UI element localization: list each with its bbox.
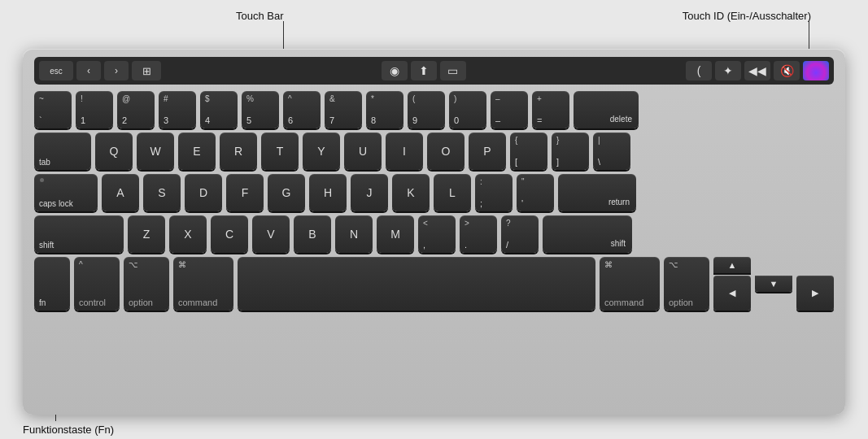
tb-eye-key[interactable]: ◉ [382,61,408,80]
key-left-option[interactable]: ⌥ option [124,257,169,311]
key-h[interactable]: H [309,174,347,211]
key-u[interactable]: U [344,133,382,170]
key-arrow-down[interactable]: ▼ [755,276,792,292]
key-n[interactable]: N [335,215,373,253]
key-8[interactable]: *8 [366,91,403,128]
key-right-command[interactable]: ⌘ command [600,257,660,311]
key-t[interactable]: T [261,133,299,170]
key-arrow-left[interactable]: ◀ [713,276,751,311]
key-j[interactable]: J [351,174,388,211]
touch-bar: esc ‹ › ⊞ ◉ ⬆ ▭ ( ✦ ◀◀ 🔇 [34,57,834,85]
key-w[interactable]: W [137,133,174,170]
key-caps-lock[interactable]: caps lock [34,174,98,211]
key-3[interactable]: #3 [159,91,196,128]
key-4[interactable]: $4 [200,91,238,128]
key-b[interactable]: B [294,215,331,253]
tb-esc-key[interactable]: esc [39,61,73,80]
keyboard-rows: ~` !1 @2 #3 $4 %5 ^6 &7 *8 (9 )0 –– += d… [34,91,834,311]
key-quote[interactable]: "' [517,174,554,211]
key-return[interactable]: return [558,174,636,211]
asdf-row: caps lock A S D F G H J K L :; "' return [34,174,834,211]
key-fn[interactable]: fn [34,257,70,311]
key-s[interactable]: S [143,174,181,211]
key-2[interactable]: @2 [117,91,155,128]
key-5[interactable]: %5 [242,91,279,128]
key-i[interactable]: I [386,133,423,170]
bottom-row: fn ^ control ⌥ option ⌘ command ⌘ comman… [34,257,834,311]
qwerty-row: tab Q W E R T Y U I O P {[ }] |\ [34,133,834,170]
key-tab[interactable]: tab [34,133,91,170]
key-close-bracket[interactable]: }] [552,133,589,170]
tb-volume-key[interactable]: ◀◀ [744,61,770,80]
touch-bar-annotation: Touch Bar [236,10,284,22]
key-control[interactable]: ^ control [74,257,120,311]
key-7[interactable]: &7 [325,91,362,128]
arrow-lr-group: ◀ ▼ ▶ [713,276,834,311]
tb-siri-key[interactable] [803,61,829,80]
fn-annotation: Funktionstaste (Fn) [23,424,114,436]
tb-share-key[interactable]: ⬆ [411,61,437,80]
key-f[interactable]: F [226,174,264,211]
key-q[interactable]: Q [95,133,133,170]
key-backslash[interactable]: |\ [593,133,630,170]
tb-back-key[interactable]: ‹ [76,61,101,80]
key-slash[interactable]: ?/ [501,215,539,253]
tb-mission-control-key[interactable]: ⊞ [132,61,161,80]
keyboard: esc ‹ › ⊞ ◉ ⬆ ▭ ( ✦ ◀◀ 🔇 ~` !1 @2 #3 $4 … [23,49,845,415]
key-y[interactable]: Y [303,133,340,170]
key-l[interactable]: L [434,174,471,211]
key-p[interactable]: P [469,133,506,170]
tb-brightness-key[interactable]: ✦ [715,61,741,80]
key-g[interactable]: G [268,174,305,211]
key-period[interactable]: >. [460,215,497,253]
key-x[interactable]: X [169,215,207,253]
key-minus[interactable]: –– [491,91,528,128]
number-row: ~` !1 @2 #3 $4 %5 ^6 &7 *8 (9 )0 –– += d… [34,91,834,128]
key-backtick[interactable]: ~` [34,91,72,128]
key-r[interactable]: R [220,133,257,170]
zxcv-row: shift Z X C V B N M <, >. ?/ shift [34,215,834,253]
key-e[interactable]: E [178,133,216,170]
key-equals[interactable]: += [532,91,569,128]
tb-rect-key[interactable]: ▭ [440,61,466,80]
key-m[interactable]: M [377,215,414,253]
key-open-bracket[interactable]: {[ [510,133,547,170]
key-k[interactable]: K [392,174,430,211]
arrow-keys: ▲ ◀ ▼ ▶ [713,257,834,311]
key-comma[interactable]: <, [418,215,456,253]
key-9[interactable]: (9 [408,91,445,128]
tb-paren-key[interactable]: ( [686,61,712,80]
key-6[interactable]: ^6 [283,91,321,128]
key-0[interactable]: )0 [449,91,486,128]
key-right-shift[interactable]: shift [543,215,632,253]
tb-mute-key[interactable]: 🔇 [774,61,800,80]
key-arrow-right[interactable]: ▶ [796,276,834,311]
key-right-option[interactable]: ⌥ option [664,257,709,311]
key-arrow-up[interactable]: ▲ [713,257,751,273]
key-o[interactable]: O [427,133,465,170]
key-left-command[interactable]: ⌘ command [173,257,233,311]
key-semicolon[interactable]: :; [475,174,513,211]
key-space[interactable] [238,257,595,311]
key-v[interactable]: V [252,215,290,253]
key-a[interactable]: A [102,174,139,211]
key-d[interactable]: D [185,174,222,211]
tb-forward-key[interactable]: › [104,61,129,80]
key-left-shift[interactable]: shift [34,215,124,253]
key-z[interactable]: Z [128,215,165,253]
key-delete[interactable]: delete [574,91,639,128]
touch-id-annotation: Touch ID (Ein-/Ausschalter) [683,10,811,22]
key-1[interactable]: !1 [76,91,113,128]
key-c[interactable]: C [211,215,248,253]
